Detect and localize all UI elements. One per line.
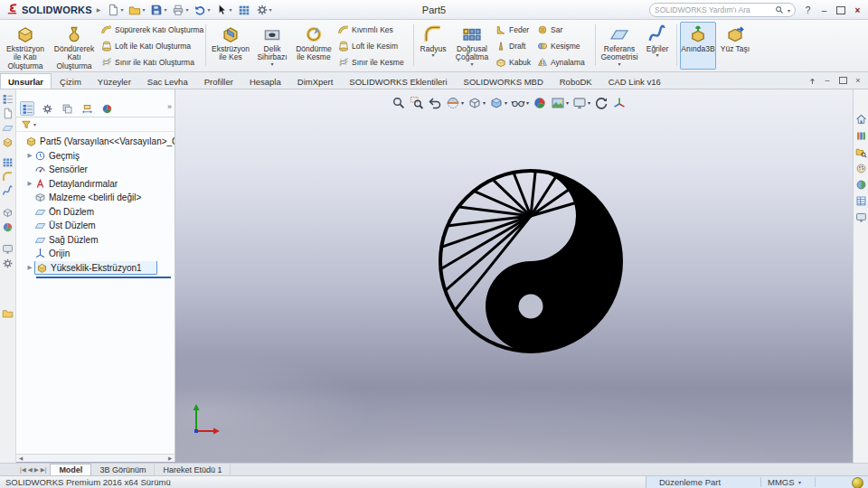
extruded-cut-button[interactable]: Ekstrüzyon ile Kes bbox=[209, 22, 252, 70]
configurationmanager-tab[interactable] bbox=[60, 101, 74, 116]
tree-item-material[interactable]: Malzeme <belirli değil> bbox=[16, 191, 175, 204]
lofted-cut-button[interactable]: Loft ile Kesim bbox=[338, 39, 410, 53]
tab-addins[interactable]: SOLIDWORKS Eklentileri bbox=[341, 73, 455, 89]
print-button[interactable]: ▾ bbox=[169, 2, 191, 18]
filter-funnel-icon[interactable] bbox=[21, 119, 32, 130]
open-button[interactable]: ▾ bbox=[126, 2, 147, 18]
strip-monitor-icon[interactable] bbox=[2, 243, 14, 255]
view-orientation-button[interactable]: ▾ bbox=[467, 94, 486, 111]
expand-arrow-icon[interactable]: ▶ bbox=[25, 264, 34, 271]
view-settings-button[interactable]: ▾ bbox=[571, 94, 591, 111]
3d-views-tab[interactable]: 3B Görünüm bbox=[91, 464, 155, 475]
tab-dimxpert[interactable]: DimXpert bbox=[289, 73, 342, 89]
mirror-button[interactable]: Aynalama bbox=[537, 55, 591, 70]
next-tab-button[interactable]: ▶ bbox=[34, 466, 39, 474]
rotate-view-button[interactable] bbox=[593, 94, 609, 111]
display-style-button[interactable]: ▾ bbox=[488, 94, 508, 111]
tab-evaluate[interactable]: Hesapla bbox=[241, 73, 289, 89]
revolved-cut-button[interactable]: Döndürme ile Kesme bbox=[292, 22, 335, 70]
rollback-bar[interactable] bbox=[36, 277, 171, 278]
curves-button[interactable]: Eğriler ▾ bbox=[642, 22, 673, 70]
featuremanager-tree-tab[interactable] bbox=[20, 101, 34, 116]
boundary-boss-button[interactable]: Sınır ile Katı Oluşturma bbox=[101, 55, 203, 70]
custom-properties-icon[interactable] bbox=[855, 195, 867, 207]
dimxpertmanager-tab[interactable] bbox=[80, 101, 94, 116]
section-view-button[interactable]: ▾ bbox=[445, 94, 465, 111]
tab-weldments[interactable]: Profiller bbox=[196, 73, 241, 89]
dropdown-arrow-icon[interactable]: ▾ bbox=[33, 121, 36, 127]
home-icon[interactable] bbox=[855, 113, 867, 125]
search-dropdown-icon[interactable]: ▾ bbox=[788, 7, 790, 14]
zoom-to-fit-button[interactable] bbox=[391, 94, 407, 111]
tree-item-sensors[interactable]: Sensörler bbox=[16, 163, 175, 176]
strip-grid-icon[interactable] bbox=[2, 156, 14, 168]
doc-pin-button[interactable] bbox=[806, 74, 818, 87]
status-sphere-icon[interactable] bbox=[852, 477, 863, 488]
save-button[interactable]: ▾ bbox=[147, 2, 169, 18]
reference-geometry-button[interactable]: Referans Geometrisi ▾ bbox=[599, 22, 640, 70]
expand-arrow-icon[interactable]: ▶ bbox=[25, 180, 34, 187]
strip-appearance-icon[interactable] bbox=[2, 221, 14, 233]
linear-pattern-button[interactable]: Doğrusal Çoğaltma ▾ bbox=[451, 22, 493, 70]
tree-item-annotations[interactable]: ▶ Detaylandırmalar bbox=[16, 177, 175, 191]
draft-button[interactable]: Draft bbox=[495, 39, 535, 53]
tree-root-item[interactable]: Part5 (Varsayılan<<Varsayılan>_Görünt bbox=[16, 135, 175, 148]
design-library-icon[interactable] bbox=[855, 130, 867, 142]
file-explorer-icon[interactable] bbox=[855, 146, 867, 158]
zoom-to-area-button[interactable] bbox=[409, 94, 425, 111]
tree-item-extrude-selected[interactable]: ▶ Yükseklik-Ekstrüzyon1 bbox=[16, 261, 175, 275]
options-button[interactable]: ▾ bbox=[253, 2, 275, 18]
motion-study-tab[interactable]: Hareket Etüdü 1 bbox=[155, 464, 231, 475]
previous-tab-button[interactable]: ◀ bbox=[28, 466, 33, 474]
lofted-boss-button[interactable]: Loft ile Katı Oluşturma bbox=[101, 39, 203, 53]
tab-robodk[interactable]: RoboDK bbox=[552, 73, 600, 89]
doc-close-button[interactable]: × bbox=[852, 74, 864, 87]
appearances-sphere-icon[interactable] bbox=[855, 179, 867, 191]
search-input[interactable]: SOLIDWORKS Yardım'ı Ara ▾ bbox=[649, 3, 796, 17]
status-units-button[interactable]: MMGS bbox=[768, 477, 795, 487]
logo-flyout-arrow[interactable]: ▶ bbox=[97, 6, 101, 13]
strip-document-icon[interactable] bbox=[2, 108, 14, 119]
revolved-boss-button[interactable]: Döndürerek Katı Oluşturma bbox=[51, 22, 98, 70]
rebuild-button[interactable] bbox=[235, 2, 253, 18]
move-face-button[interactable]: Yüz Taşı bbox=[718, 22, 752, 70]
forum-monitor-icon[interactable] bbox=[855, 211, 867, 223]
tree-item-top-plane[interactable]: Üst Düzlem bbox=[16, 219, 175, 232]
strip-boss-icon[interactable] bbox=[2, 136, 14, 148]
tab-cadlink[interactable]: CAD Link v16 bbox=[600, 73, 669, 89]
tab-sheet-metal[interactable]: Sac Levha bbox=[139, 73, 196, 89]
doc-restore-button[interactable] bbox=[836, 74, 849, 87]
minimize-button[interactable]: – bbox=[816, 2, 832, 18]
expand-arrow-icon[interactable]: ▶ bbox=[25, 152, 34, 159]
intersect-button[interactable]: Kesişme bbox=[537, 39, 591, 53]
tree-horizontal-scrollbar[interactable]: ◀ ▶ bbox=[16, 454, 175, 462]
last-tab-button[interactable]: ▶| bbox=[41, 466, 47, 474]
strip-gear-icon[interactable] bbox=[2, 258, 14, 269]
hide-show-items-button[interactable]: ▾ bbox=[510, 94, 530, 111]
palette-icon[interactable] bbox=[855, 163, 867, 174]
tree-item-right-plane[interactable]: Sağ Düzlem bbox=[16, 233, 175, 247]
tab-surfaces[interactable]: Yüzeyler bbox=[90, 73, 139, 89]
tree-item-history[interactable]: ▶ Geçmiş bbox=[16, 149, 175, 163]
rib-button[interactable]: Feder bbox=[495, 23, 535, 37]
scroll-right-button[interactable]: ▶ bbox=[165, 455, 175, 462]
hole-wizard-button[interactable]: Delik Sihirbazı ▾ bbox=[254, 22, 290, 70]
extruded-boss-button[interactable]: Ekstrüzyon ile Katı Oluşturma bbox=[2, 22, 49, 70]
wrap-button[interactable]: Sar bbox=[537, 23, 591, 37]
swept-cut-button[interactable]: Kıvrımlı Kes bbox=[338, 23, 410, 37]
tree-item-front-plane[interactable]: Ön Düzlem bbox=[16, 205, 175, 219]
strip-cube-icon[interactable] bbox=[2, 207, 14, 219]
tab-mbd[interactable]: SOLIDWORKS MBD bbox=[456, 73, 552, 89]
tab-features[interactable]: Unsurlar bbox=[0, 73, 52, 89]
panel-overflow-chevron[interactable]: » bbox=[167, 102, 172, 111]
fillet-button[interactable]: Radyus ▾ bbox=[417, 22, 449, 70]
doc-minimize-button[interactable]: – bbox=[821, 74, 834, 87]
app-logo[interactable]: SOLIDWORKS ▶ bbox=[0, 3, 104, 16]
propertymanager-tab[interactable] bbox=[40, 101, 54, 116]
displaymanager-tab[interactable] bbox=[99, 101, 114, 116]
restore-button[interactable] bbox=[833, 2, 848, 18]
tree-item-origin[interactable]: Orijin bbox=[16, 247, 175, 260]
first-tab-button[interactable]: |◀ bbox=[20, 466, 26, 474]
strip-curves-icon[interactable] bbox=[2, 185, 14, 197]
select-tool-button[interactable]: ▾ bbox=[212, 2, 234, 18]
